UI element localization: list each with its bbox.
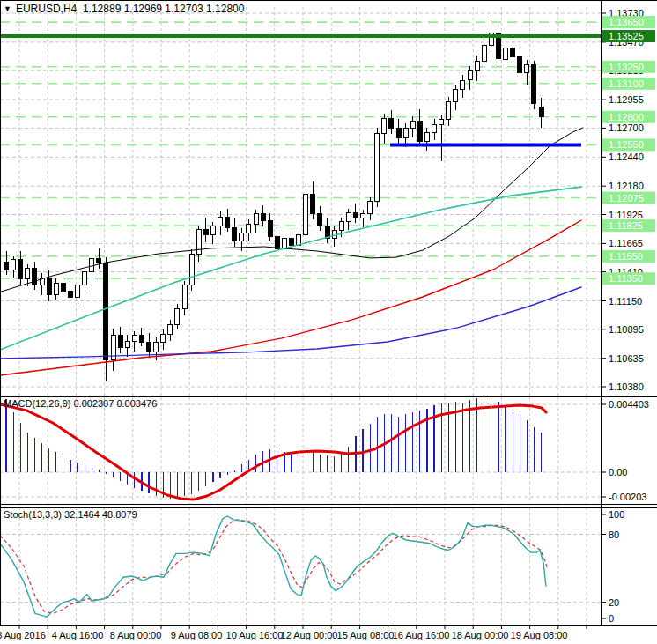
candle-body (161, 335, 166, 343)
candle-body (189, 254, 194, 285)
candle-body (147, 342, 151, 352)
candle-body (417, 122, 422, 142)
candle-body (468, 71, 472, 80)
candle-body (132, 336, 137, 341)
candle-body (225, 218, 230, 227)
candle-body (525, 64, 529, 72)
candle-body (233, 227, 237, 241)
time-label: 8 Aug 00:00 (110, 630, 162, 640)
candle-body (104, 263, 108, 360)
candle-body (461, 80, 465, 89)
time-label: 15 Aug 08:00 (337, 630, 395, 640)
candle-body (339, 222, 343, 231)
candle-body (218, 218, 223, 226)
chart-window[interactable]: 1.137301.134701.132151.129551.127001.124… (0, 0, 657, 644)
candle-body (18, 260, 23, 279)
candle-body (389, 118, 394, 128)
candle-body (403, 128, 408, 137)
price-badge-label: 1.12800 (609, 112, 644, 122)
candle-body (254, 214, 258, 224)
price-badge-label: 1.11825 (609, 220, 643, 231)
candle-body (175, 308, 180, 324)
price-badge-label: 1.12075 (609, 193, 644, 204)
price-tick-label: 1.12955 (609, 94, 644, 105)
time-label: 10 Aug 16:00 (226, 630, 284, 640)
macd-tick-label: 0.00 (609, 467, 627, 477)
candle-body (196, 230, 201, 255)
price-chart-canvas[interactable]: 1.137301.134701.132151.129551.127001.124… (0, 0, 657, 644)
price-tick-label: 1.12180 (609, 181, 644, 191)
candle-body (318, 214, 322, 226)
candle-body (447, 101, 451, 119)
price-tick-label: 1.12440 (609, 152, 644, 162)
stoch-tick-label: 20 (609, 597, 619, 608)
time-label: 16 Aug 16:00 (393, 630, 450, 640)
candle-body (68, 291, 72, 298)
time-label: 4 Aug 16:00 (52, 630, 104, 640)
ma-black-line (0, 128, 583, 292)
candle-body (47, 278, 51, 294)
axis-layer: 1.137301.134701.132151.129551.127001.124… (0, 8, 655, 640)
candle-body (275, 236, 279, 248)
macd-tick-label: -0.00203 (609, 492, 646, 502)
candle-body (125, 341, 129, 348)
candle-body (353, 213, 358, 218)
time-label: 19 Aug 08:00 (511, 630, 568, 640)
candle-body (290, 239, 294, 246)
candle-body (26, 269, 30, 278)
price-tick-label: 1.10380 (609, 381, 644, 392)
candle-body (346, 213, 351, 222)
candle-body (382, 118, 387, 134)
candle-body (168, 324, 173, 334)
candle-body (54, 283, 58, 294)
candle-body (154, 342, 159, 352)
candle-body (4, 262, 9, 270)
price-tick-label: 1.11665 (609, 238, 643, 248)
candle-body (311, 194, 315, 214)
macd-signal-line (0, 404, 546, 500)
time-label: 18 Aug 00:00 (452, 630, 509, 640)
candle-body (432, 125, 437, 133)
candle-body (482, 46, 486, 62)
ma-teal-line (0, 187, 581, 350)
candles-layer (0, 18, 601, 381)
price-tick-label: 1.10895 (609, 324, 644, 335)
candle-body (297, 235, 301, 245)
candle-body (368, 202, 373, 214)
price-badge-label: 1.13100 (609, 78, 644, 89)
candle-body (518, 56, 522, 72)
candle-body (97, 258, 101, 263)
stoch-tick-label: 0 (609, 613, 614, 624)
chart-title: ▼ EURUSD,H4 1.12889 1.12969 1.12703 1.12… (4, 3, 244, 15)
candle-body (439, 119, 444, 124)
ma-blue-line (0, 287, 581, 359)
candle-body (83, 272, 87, 285)
price-tick-label: 1.12700 (609, 122, 644, 133)
stoch-k-line (0, 516, 546, 617)
symbol-ohlc-label: EURUSD,H4 1.12889 1.12969 1.12703 1.1280… (16, 3, 245, 15)
candle-body (247, 224, 251, 233)
candle-body (511, 48, 515, 56)
stoch-tick-label: 100 (609, 509, 624, 520)
price-tick-label: 1.11925 (609, 210, 643, 220)
symbol-dropdown-icon[interactable]: ▼ (4, 5, 11, 13)
candle-body (76, 285, 80, 298)
price-badge-label: 1.11550 (609, 251, 643, 262)
price-badge-label: 1.13650 (609, 17, 644, 27)
price-badge-label: 1.12550 (609, 139, 644, 150)
candle-body (361, 214, 365, 218)
price-badge-label: 1.11350 (609, 273, 643, 284)
candle-body (304, 194, 308, 235)
time-label: 9 Aug 08:00 (171, 630, 223, 640)
candle-body (410, 122, 415, 129)
candle-body (11, 260, 16, 270)
stoch-tick-label: 80 (609, 529, 619, 540)
macd-tick-label: 0.004403 (609, 399, 649, 410)
grid-layer (0, 7, 601, 625)
price-badge-label: 1.13525 (609, 31, 644, 41)
indicator-layer (0, 396, 548, 617)
candle-body (118, 336, 122, 348)
candle-body (504, 48, 508, 59)
time-label: 12 Aug 00:00 (281, 630, 338, 640)
candle-body (139, 336, 144, 343)
